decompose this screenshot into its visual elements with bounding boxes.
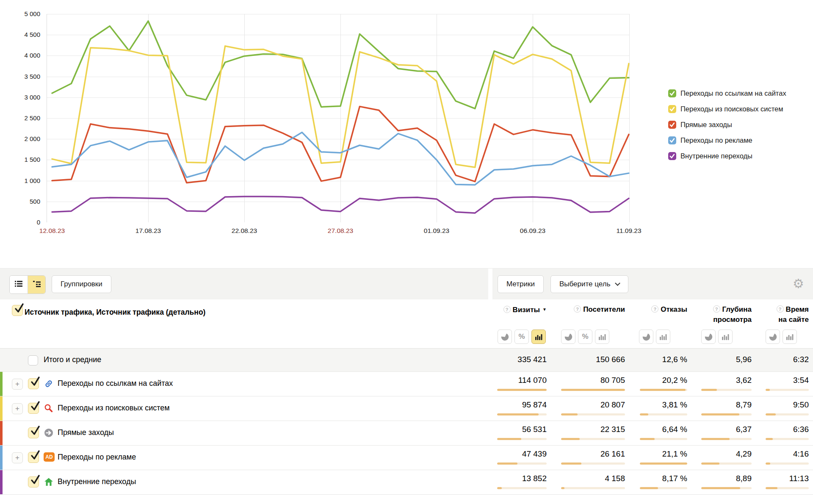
metric-value: 4:16 [756, 449, 813, 459]
legend-item[interactable]: Прямые заходы [668, 119, 786, 131]
bar-chart-mode-button[interactable] [595, 330, 609, 344]
metric-value: 9:50 [756, 400, 813, 410]
table-row-direct[interactable]: Прямые заходы56 53122 3156,64 %6,376:36 [0, 421, 813, 446]
tree-view-button[interactable] [28, 276, 45, 294]
cell-time: 11:13 [756, 470, 813, 494]
row-checkbox[interactable] [28, 427, 39, 438]
flat-view-button[interactable] [10, 276, 28, 294]
table-body: Итого и средние335 421150 66612,6 %5,966… [0, 348, 813, 495]
legend-item[interactable]: Переходы по рекламе [668, 134, 786, 147]
metric-value: 12,6 % [627, 355, 690, 364]
display-mode-buttons [766, 330, 799, 344]
groupings-button[interactable]: Группировки [52, 275, 111, 293]
metric-value: 6:32 [756, 355, 813, 364]
x-tick-label: 11.09.23 [610, 227, 648, 235]
table-row-internal[interactable]: Внутренние переходы13 8524 1588,17 %8,89… [0, 470, 813, 495]
cell-bounce: 12,6 % [627, 349, 690, 371]
help-icon[interactable]: ? [503, 306, 511, 313]
metric-bar [640, 389, 687, 391]
row-color-stripe [0, 372, 3, 396]
x-tick-label: 01.09.23 [418, 227, 456, 235]
x-tick-label: 06.09.23 [514, 227, 552, 235]
pie-chart-mode-button[interactable] [639, 330, 653, 344]
column-header-bounce[interactable]: ?Отказы [627, 299, 690, 348]
x-tick-label: 27.08.23 [321, 227, 359, 235]
metric-value: 20,2 % [627, 376, 690, 385]
cell-time: 3:54 [756, 372, 813, 396]
pie-chart-mode-button[interactable] [701, 330, 716, 344]
bar-chart-mode-button[interactable] [531, 330, 546, 344]
help-icon[interactable]: ? [713, 305, 720, 313]
cell-visits: 95 874 [491, 396, 550, 421]
x-tick-label: 17.08.23 [129, 227, 167, 235]
legend-item[interactable]: Переходы по ссылкам на сайтах [668, 87, 786, 100]
row-checkbox[interactable] [28, 403, 39, 414]
metric-bar [701, 462, 752, 465]
cell-time: 9:50 [756, 396, 813, 421]
column-header-depth[interactable]: ?Глубина просмотра [690, 299, 756, 348]
metric-bar [561, 389, 625, 391]
metric-value: 4,29 [690, 449, 756, 459]
metric-value: 21,1 % [627, 449, 690, 459]
gear-icon[interactable]: ⚙ [793, 274, 804, 293]
percent-mode-button[interactable]: % [578, 330, 592, 344]
row-checkbox[interactable] [28, 476, 39, 487]
expand-button[interactable]: + [12, 452, 23, 463]
table-row-search[interactable]: +Переходы из поисковых систем95 87420 80… [0, 396, 813, 421]
pie-chart-mode-button[interactable] [498, 330, 512, 344]
metric-bar [701, 487, 752, 489]
metric-value: 3:54 [756, 376, 813, 385]
pie-chart-mode-button[interactable] [766, 330, 780, 344]
table-row-links[interactable]: +Переходы по ссылкам на сайтах114 07080 … [0, 372, 813, 396]
row-checkbox[interactable] [28, 355, 38, 366]
cell-depth: 5,96 [690, 349, 756, 371]
row-color-stripe [0, 446, 3, 470]
row-label: Переходы из поисковых систем [58, 404, 170, 413]
cell-time: 6:36 [756, 421, 813, 445]
legend-item[interactable]: Внутренние переходы [668, 150, 786, 162]
column-header-time[interactable]: ?Время на сайте [756, 299, 813, 348]
legend-checkbox[interactable] [668, 136, 676, 144]
metric-value: 8,89 [690, 474, 756, 483]
legend-checkbox[interactable] [668, 152, 676, 160]
help-icon[interactable]: ? [651, 305, 658, 313]
metric-bar [766, 438, 809, 440]
legend-checkbox[interactable] [668, 105, 676, 113]
column-header-visitors[interactable]: ?Посетители% [550, 299, 627, 348]
metric-bar [766, 389, 809, 391]
metric-bar [497, 487, 547, 489]
metric-bar [497, 389, 547, 391]
view-mode-switcher [9, 275, 46, 294]
metric-value: 11:13 [756, 474, 813, 483]
table-row-totals[interactable]: Итого и средние335 421150 66612,6 %5,966… [0, 348, 813, 372]
metrics-button[interactable]: Метрики [498, 275, 544, 293]
percent-mode-button[interactable]: % [514, 330, 529, 344]
column-header-visits[interactable]: ?Визиты▼% [491, 299, 550, 348]
cell-bounce: 3,81 % [627, 396, 690, 421]
metric-bar [561, 413, 625, 415]
direct-icon [44, 428, 54, 440]
expand-button[interactable]: + [12, 379, 23, 390]
pie-chart-mode-button[interactable] [561, 330, 575, 344]
row-label: Переходы по ссылкам на сайтах [58, 379, 173, 388]
bar-chart-mode-button[interactable] [783, 330, 797, 344]
legend-checkbox[interactable] [668, 89, 676, 97]
bar-chart-mode-button[interactable] [656, 330, 670, 344]
metric-value: 5,96 [690, 355, 756, 364]
dimension-checkbox[interactable] [12, 305, 23, 316]
metric-value: 56 531 [491, 425, 550, 434]
help-icon[interactable]: ? [574, 305, 581, 313]
table-row-ads[interactable]: +ADПереходы по рекламе47 43926 16121,1 %… [0, 446, 813, 470]
bar-chart-mode-button[interactable] [718, 330, 733, 344]
cell-depth: 6,37 [690, 421, 756, 445]
row-checkbox[interactable] [28, 452, 39, 463]
y-tick-label: 2 500 [8, 114, 40, 122]
legend-checkbox[interactable] [668, 121, 676, 129]
cell-bounce: 6,64 % [627, 421, 690, 445]
expand-button[interactable]: + [12, 403, 23, 414]
help-icon[interactable]: ? [777, 305, 784, 313]
goal-select-button[interactable]: Выберите цель [550, 275, 628, 293]
row-checkbox[interactable] [28, 378, 39, 389]
legend-item[interactable]: Переходы из поисковых систем [668, 103, 786, 115]
metric-bar [561, 438, 625, 440]
